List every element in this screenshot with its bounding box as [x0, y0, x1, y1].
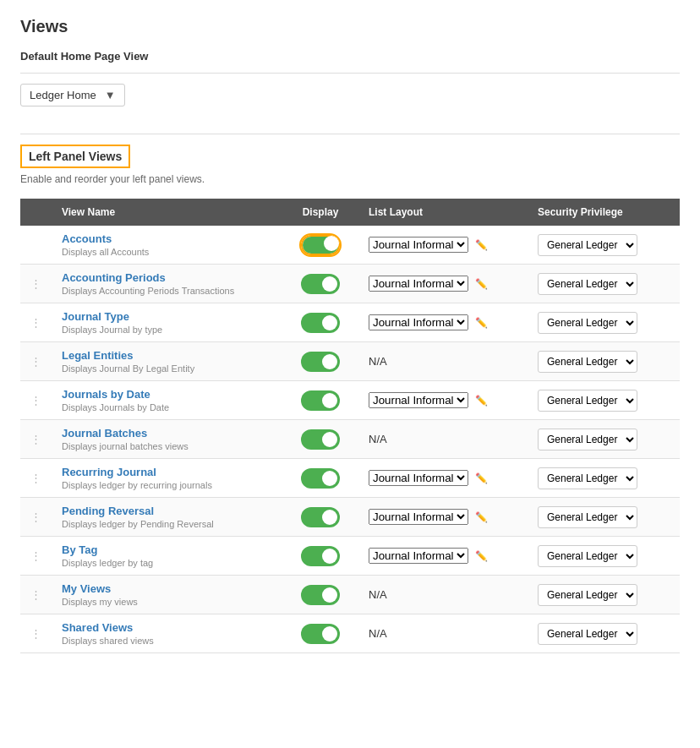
drag-handle[interactable] [20, 226, 52, 265]
toggle-switch[interactable] [301, 390, 340, 411]
na-label: N/A [369, 627, 387, 640]
security-select[interactable]: General Ledger [538, 429, 637, 450]
edit-icon[interactable]: ✏️ [475, 317, 488, 329]
security-select[interactable]: General Ledger [538, 506, 637, 528]
page-title: Views [20, 17, 680, 36]
list-layout-select[interactable]: Journal Informal [369, 548, 468, 564]
toggle-switch[interactable] [301, 352, 340, 372]
default-home-label: Default Home Page View [20, 50, 680, 63]
security-cell: General Ledger [528, 498, 680, 537]
drag-handle[interactable]: ⋮ [20, 303, 52, 342]
list-layout-cell: Journal Informal✏️ [358, 303, 528, 342]
table-row: ⋮Accounting PeriodsDisplays Accounting P… [20, 265, 680, 303]
security-select[interactable]: General Ledger [538, 584, 637, 606]
security-select[interactable]: General Ledger [538, 351, 637, 373]
view-name-cell: My ViewsDisplays my views [52, 576, 282, 614]
chevron-down-icon: ▼ [105, 89, 116, 101]
display-cell [282, 342, 358, 381]
toggle-wrap [293, 507, 348, 527]
security-select[interactable]: General Ledger [538, 623, 637, 645]
drag-handle[interactable]: ⋮ [20, 614, 52, 653]
col-view-name: View Name [52, 199, 282, 226]
view-name-cell: Shared ViewsDisplays shared views [52, 614, 282, 653]
security-select[interactable]: General Ledger [538, 312, 637, 334]
drag-handle[interactable]: ⋮ [20, 420, 52, 459]
toggle-wrap [293, 429, 348, 450]
security-cell: General Ledger [528, 303, 680, 342]
view-name: Recurring Journal [62, 466, 272, 478]
edit-icon[interactable]: ✏️ [475, 511, 488, 523]
drag-handle[interactable]: ⋮ [20, 576, 52, 614]
toggle-switch[interactable] [301, 235, 340, 255]
default-home-dropdown[interactable]: Ledger Home ▼ [20, 84, 125, 106]
drag-handle[interactable]: ⋮ [20, 381, 52, 420]
list-layout-select[interactable]: Journal Informal [369, 237, 468, 253]
list-layout-wrap: Journal Informal✏️ [369, 509, 517, 525]
toggle-wrap [293, 313, 348, 333]
view-name-cell: Recurring JournalDisplays ledger by recu… [52, 459, 282, 498]
na-label: N/A [369, 588, 387, 601]
edit-icon[interactable]: ✏️ [475, 239, 488, 251]
list-layout-select[interactable]: Journal Informal [369, 470, 468, 486]
table-row: ⋮Journal TypeDisplays Journal by typeJou… [20, 303, 680, 342]
security-select[interactable]: General Ledger [538, 467, 637, 489]
col-list-layout: List Layout [358, 199, 528, 226]
toggle-wrap [293, 235, 348, 255]
display-cell [282, 576, 358, 614]
toggle-switch[interactable] [301, 507, 340, 527]
toggle-switch[interactable] [301, 546, 340, 566]
security-cell: General Ledger [528, 459, 680, 498]
list-layout-cell: N/A [358, 576, 528, 614]
view-sub: Displays journal batches views [62, 441, 272, 451]
security-select[interactable]: General Ledger [538, 234, 637, 256]
view-name: Journals by Date [62, 388, 272, 401]
drag-handle[interactable]: ⋮ [20, 265, 52, 303]
col-security: Security Privilege [528, 199, 680, 226]
toggle-wrap [293, 352, 348, 372]
toggle-switch[interactable] [301, 274, 340, 294]
display-cell [282, 537, 358, 576]
list-layout-cell: Journal Informal✏️ [358, 226, 528, 265]
toggle-switch[interactable] [301, 313, 340, 333]
display-cell [282, 381, 358, 420]
view-name: My Views [62, 582, 272, 595]
table-row: ⋮Pending ReversalDisplays ledger by Pend… [20, 498, 680, 537]
view-name-cell: Journal BatchesDisplays journal batches … [52, 420, 282, 459]
toggle-switch[interactable] [301, 585, 340, 605]
na-label: N/A [369, 355, 387, 368]
security-cell: General Ledger [528, 420, 680, 459]
toggle-switch[interactable] [301, 429, 340, 450]
left-panel-sub: Enable and reorder your left panel views… [20, 173, 680, 185]
toggle-switch[interactable] [301, 468, 340, 489]
drag-handle[interactable]: ⋮ [20, 342, 52, 381]
security-cell: General Ledger [528, 342, 680, 381]
col-drag [20, 199, 52, 226]
drag-handle[interactable]: ⋮ [20, 459, 52, 498]
security-select[interactable]: General Ledger [538, 545, 637, 567]
list-layout-wrap: Journal Informal✏️ [369, 237, 517, 253]
toggle-switch[interactable] [301, 624, 340, 644]
view-sub: Displays ledger by Pending Reversal [62, 519, 272, 529]
list-layout-wrap: Journal Informal✏️ [369, 314, 517, 330]
drag-handle[interactable]: ⋮ [20, 498, 52, 537]
list-layout-select[interactable]: Journal Informal [369, 392, 468, 408]
col-display: Display [282, 199, 358, 226]
edit-icon[interactable]: ✏️ [475, 550, 488, 562]
security-select[interactable]: General Ledger [538, 390, 637, 412]
view-name: By Tag [62, 543, 272, 556]
table-row: AccountsDisplays all AccountsJournal Inf… [20, 226, 680, 265]
drag-handle[interactable]: ⋮ [20, 537, 52, 576]
default-home-value: Ledger Home [30, 89, 96, 101]
view-name-cell: Accounting PeriodsDisplays Accounting Pe… [52, 265, 282, 303]
list-layout-select[interactable]: Journal Informal [369, 509, 468, 525]
list-layout-select[interactable]: Journal Informal [369, 314, 468, 330]
list-layout-select[interactable]: Journal Informal [369, 276, 468, 292]
edit-icon[interactable]: ✏️ [475, 278, 488, 290]
table-row: ⋮By TagDisplays ledger by tagJournal Inf… [20, 537, 680, 576]
views-table: View Name Display List Layout Security P… [20, 199, 680, 653]
edit-icon[interactable]: ✏️ [475, 472, 488, 484]
security-select[interactable]: General Ledger [538, 273, 637, 295]
edit-icon[interactable]: ✏️ [475, 395, 488, 407]
toggle-wrap [293, 468, 348, 489]
view-sub: Displays my views [62, 597, 272, 607]
